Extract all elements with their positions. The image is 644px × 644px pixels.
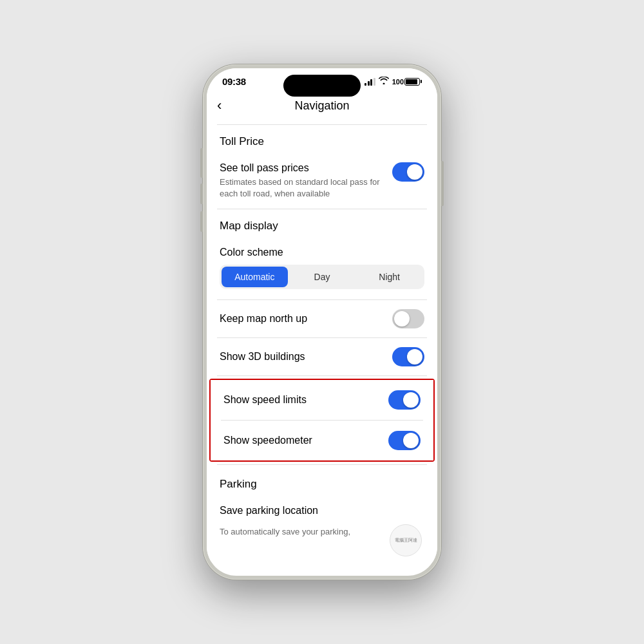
scheme-btn-night[interactable]: Night <box>356 267 422 287</box>
show-speedometer-label: Show speedometer <box>223 435 312 446</box>
see-toll-toggle[interactable] <box>392 162 424 182</box>
keep-north-row: Keep map north up <box>207 300 437 337</box>
show-3d-label: Show 3D buildings <box>220 351 305 363</box>
keep-north-label: Keep map north up <box>220 313 307 325</box>
save-parking-label: Save parking location <box>220 505 318 516</box>
battery-text: 100 <box>392 78 404 86</box>
status-icons: 100 <box>365 77 422 86</box>
see-toll-sublabel: Estimates based on standard local pass f… <box>220 176 382 200</box>
show-3d-row: Show 3D buildings <box>207 338 437 375</box>
scroll-content: Toll Price See toll pass prices Estimate… <box>207 125 437 562</box>
show-speed-limits-row: Show speed limits <box>211 380 433 420</box>
see-toll-label: See toll pass prices <box>220 162 382 174</box>
parking-title: Parking <box>207 468 437 496</box>
highlighted-section: Show speed limits Show speedometer <box>209 379 435 462</box>
map-display-title: Map display <box>207 209 437 238</box>
status-time: 09:38 <box>222 76 246 87</box>
color-scheme-buttons: Automatic Day Night <box>220 265 424 289</box>
map-display-section: Map display Color scheme Automatic Day N… <box>207 209 437 375</box>
watermark: 電腦王阿達 <box>390 524 428 550</box>
color-scheme-label: Color scheme <box>220 247 283 258</box>
scheme-btn-day[interactable]: Day <box>289 267 355 287</box>
color-scheme-row: Color scheme <box>207 238 437 262</box>
keep-north-toggle[interactable] <box>392 309 424 328</box>
show-3d-toggle[interactable] <box>392 347 424 366</box>
scheme-btn-automatic[interactable]: Automatic <box>222 267 288 287</box>
show-speedometer-toggle[interactable] <box>388 431 421 450</box>
watermark-circle: 電腦王阿達 <box>390 524 422 556</box>
save-parking-row: Save parking location <box>207 496 437 526</box>
back-button[interactable]: ‹ <box>217 95 227 117</box>
show-speedometer-row: Show speedometer <box>211 421 433 460</box>
page-title: Navigation <box>294 99 349 113</box>
toll-price-section: Toll Price See toll pass prices Estimate… <box>207 125 437 209</box>
wifi-icon <box>379 77 389 86</box>
show-speed-limits-label: Show speed limits <box>223 394 307 406</box>
battery-icon: 100 <box>392 78 422 86</box>
show-speed-limits-toggle[interactable] <box>388 390 421 410</box>
signal-icon <box>365 78 375 86</box>
toll-price-title: Toll Price <box>207 125 437 153</box>
color-scheme-container: Automatic Day Night <box>207 262 437 299</box>
dynamic-island <box>283 75 361 97</box>
section-divider-2 <box>217 375 427 376</box>
see-toll-row: See toll pass prices Estimates based on … <box>207 153 437 209</box>
see-toll-text: See toll pass prices Estimates based on … <box>220 162 392 200</box>
save-parking-sublabel: To automatically save your parking, <box>220 527 350 536</box>
